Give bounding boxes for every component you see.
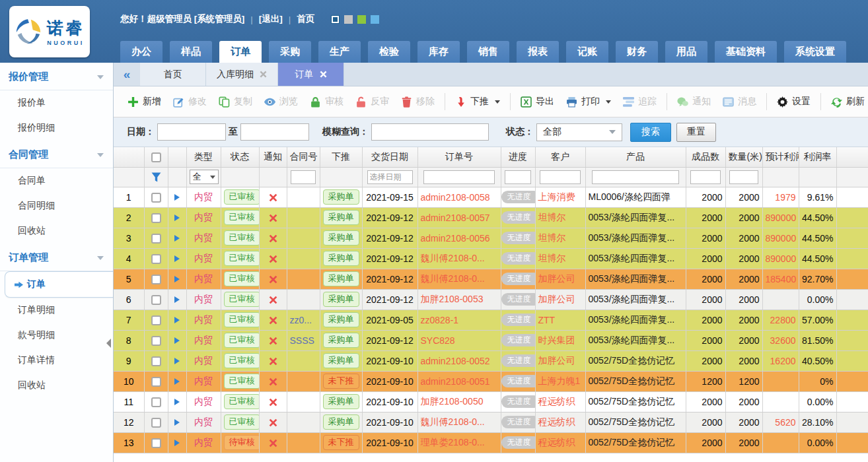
toolbar-button-track[interactable]: 追踪: [617, 92, 663, 112]
sidebar-item-contract-detail[interactable]: 合同明细: [0, 193, 113, 218]
col-header-qty_fin[interactable]: 成品数: [686, 147, 725, 167]
col-header-customer[interactable]: 客户: [535, 147, 585, 167]
cell-check[interactable]: [144, 330, 168, 350]
cell-expand[interactable]: [168, 391, 186, 412]
col-header-notify[interactable]: 通知: [259, 147, 287, 167]
col-header-progress[interactable]: 进度: [501, 147, 535, 167]
tabs-scroll-back[interactable]: «: [114, 63, 140, 86]
cell-expand[interactable]: [168, 350, 186, 371]
row-checkbox[interactable]: [151, 234, 161, 244]
nav-tab-inspection[interactable]: 检验: [368, 41, 410, 63]
col-header-type[interactable]: 类型: [186, 147, 221, 167]
table-row[interactable]: 8内贸已审核SSSS采购单2021-09-12SYC828无进度时兴集团0053…: [114, 330, 868, 350]
status-select[interactable]: 全部: [536, 123, 622, 141]
toolbar-button-approve[interactable]: 审核: [304, 92, 349, 112]
nav-tab-production[interactable]: 生产: [318, 41, 361, 63]
customer-filter-input[interactable]: [540, 170, 581, 184]
nav-tab-purchase[interactable]: 采购: [269, 41, 311, 63]
toolbar-button-notify[interactable]: 通知: [671, 92, 717, 112]
toolbar-button-remove[interactable]: 移除: [395, 92, 441, 112]
expand-row-icon[interactable]: [174, 358, 180, 364]
table-row[interactable]: 3内贸已审核采购单2021-09-12admin2108-0056无进度坦博尔0…: [114, 228, 868, 248]
row-checkbox[interactable]: [151, 356, 161, 366]
sidebar-item-order-info[interactable]: 订单详情: [0, 348, 113, 373]
cell-expand[interactable]: [168, 207, 186, 228]
toolbar-button-copy[interactable]: 复制: [213, 92, 258, 112]
col-header-status[interactable]: 状态: [221, 147, 259, 167]
theme-square-light-blue[interactable]: [371, 15, 379, 24]
nav-tab-office[interactable]: 办公: [120, 41, 163, 63]
expand-row-icon[interactable]: [174, 194, 180, 201]
qty_m-filter-input[interactable]: [729, 170, 758, 184]
expand-row-icon[interactable]: [174, 317, 180, 323]
expand-row-icon[interactable]: [174, 296, 180, 303]
table-row[interactable]: 13内贸待审核未下推2021-09-10理单娄2108-0...无进度程远纺织0…: [114, 432, 868, 453]
home-link[interactable]: 首页: [297, 13, 314, 25]
contract-filter-input[interactable]: [291, 170, 316, 184]
sidebar-collapse-handle[interactable]: [106, 339, 111, 348]
row-checkbox[interactable]: [151, 213, 161, 223]
theme-square-dark-blue[interactable]: [331, 15, 340, 24]
expand-row-icon[interactable]: [174, 399, 180, 405]
cell-check[interactable]: [144, 269, 168, 289]
cell-check[interactable]: [144, 310, 168, 330]
filter-type[interactable]: 全: [186, 167, 221, 187]
expand-row-icon[interactable]: [174, 440, 180, 446]
cell-check[interactable]: [144, 207, 168, 228]
sidebar-item-order[interactable]: 订单: [5, 271, 113, 298]
filter-funnel-icon[interactable]: [151, 172, 161, 182]
col-header-rate[interactable]: 利润率: [799, 147, 836, 167]
expand-row-icon[interactable]: [174, 337, 180, 344]
filter-qty_fin[interactable]: [686, 167, 725, 187]
filter-date[interactable]: [362, 167, 417, 187]
nav-tab-order[interactable]: 订单: [219, 41, 262, 63]
sidebar-item-quote-detail[interactable]: 报价明细: [0, 116, 113, 141]
close-icon[interactable]: [320, 71, 327, 78]
sidebar-item-style-detail[interactable]: 款号明细: [0, 323, 113, 348]
cell-check[interactable]: [144, 248, 168, 269]
toolbar-button-edit[interactable]: 修改: [167, 92, 213, 112]
orderno-filter-input[interactable]: [423, 170, 495, 184]
nav-tab-finance[interactable]: 财务: [616, 41, 658, 63]
nav-tab-system-settings[interactable]: 系统设置: [784, 41, 846, 63]
nav-tab-sales[interactable]: 销售: [467, 41, 509, 63]
search-button[interactable]: 搜索: [630, 123, 671, 142]
table-row[interactable]: 7内贸已审核zz0...采购单2021-09-05zz0828-1无进度ZTT0…: [114, 310, 868, 330]
sidebar-item-order-detail[interactable]: 订单明细: [0, 298, 113, 323]
progress-filter-input[interactable]: [505, 170, 531, 184]
row-checkbox[interactable]: [151, 418, 161, 428]
col-header-qty_m[interactable]: 数量(米): [725, 147, 762, 167]
date-filter-input[interactable]: [367, 170, 413, 184]
row-checkbox[interactable]: [151, 438, 161, 448]
table-row[interactable]: 11内贸已审核采购单2021-09-10加胖2108-0050无进度程远纺织00…: [114, 391, 868, 412]
nav-tab-sample[interactable]: 样品: [170, 41, 212, 63]
toolbar-button-add[interactable]: 新增: [122, 92, 167, 112]
row-checkbox[interactable]: [151, 193, 161, 203]
cell-expand[interactable]: [168, 371, 186, 391]
cell-expand[interactable]: [168, 289, 186, 310]
expand-row-icon[interactable]: [174, 255, 180, 262]
cell-check[interactable]: [144, 350, 168, 371]
nav-tab-bookkeeping[interactable]: 记账: [566, 41, 608, 63]
cell-check[interactable]: [144, 371, 168, 391]
toolbar-button-unapprove[interactable]: 反审: [349, 92, 395, 112]
filter-customer[interactable]: [535, 167, 585, 187]
logout-link[interactable]: [退出]: [259, 13, 283, 25]
expand-row-icon[interactable]: [174, 235, 180, 242]
doc-tab-home[interactable]: 首页: [140, 63, 206, 86]
row-checkbox[interactable]: [151, 295, 161, 305]
col-header-date[interactable]: 交货日期: [362, 147, 417, 167]
row-checkbox[interactable]: [151, 315, 161, 325]
expand-row-icon[interactable]: [174, 214, 180, 221]
cell-expand[interactable]: [168, 310, 186, 330]
nav-tab-supplies[interactable]: 用品: [665, 41, 707, 63]
cell-check[interactable]: [144, 187, 168, 207]
row-checkbox[interactable]: [151, 377, 161, 387]
sidebar-section-order-mgmt[interactable]: 订单管理: [0, 244, 113, 271]
date-to-input[interactable]: [240, 123, 309, 141]
cell-check[interactable]: [144, 289, 168, 310]
nav-tab-inventory[interactable]: 库存: [417, 41, 460, 63]
fuzzy-search-input[interactable]: [371, 123, 489, 141]
sidebar-item-order-recycle[interactable]: 回收站: [0, 373, 113, 398]
col-header-profit[interactable]: 预计利润: [762, 147, 799, 167]
